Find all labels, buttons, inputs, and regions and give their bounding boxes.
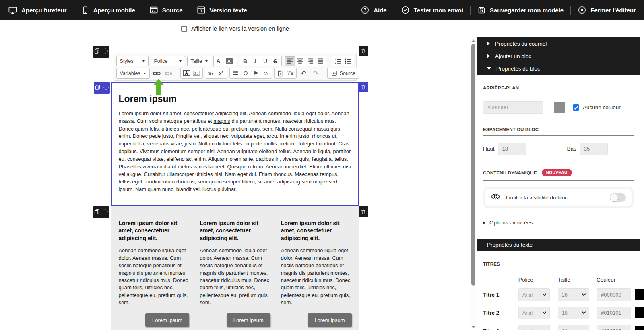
no-color-checkbox[interactable] — [573, 104, 579, 111]
topbar-separator — [190, 6, 190, 15]
align-center-button[interactable] — [295, 56, 305, 66]
duplicate-block-icon[interactable] — [94, 209, 100, 216]
scroll-down-arrow[interactable] — [471, 326, 475, 328]
duplicate-block-icon[interactable] — [95, 84, 101, 92]
insert-group: A — [180, 68, 203, 79]
spacing-top-label: Haut — [483, 146, 495, 152]
column-body: Aenean commodo ligula eget dolor. Aenean… — [119, 247, 190, 307]
align-right-button[interactable] — [305, 56, 315, 66]
background-color-swatch[interactable] — [554, 102, 565, 113]
title1-label: Titre 1 — [483, 292, 518, 298]
bullet-list-button[interactable] — [343, 56, 353, 66]
source-button[interactable]: Source — [327, 68, 360, 79]
subscript-button[interactable]: x₂ — [206, 68, 216, 78]
column-header-font: Police — [518, 277, 558, 283]
italic-button[interactable]: I — [250, 56, 260, 66]
source-view-label: Source — [162, 7, 183, 14]
delete-block-button[interactable] — [359, 46, 368, 56]
save-template-button[interactable]: Sauvegarder mon modèle — [477, 6, 564, 15]
chevron-right-icon — [487, 42, 490, 46]
bold-button[interactable]: B — [240, 56, 250, 66]
underline-button[interactable]: U — [260, 56, 270, 66]
block-drag-handle[interactable] — [94, 82, 110, 94]
sidebar-scrollbar[interactable] — [470, 37, 477, 330]
image-button[interactable] — [192, 68, 202, 78]
delete-block-button[interactable] — [359, 206, 368, 217]
block-drag-handle[interactable] — [93, 46, 109, 58]
title3-color-swatch[interactable] — [635, 326, 644, 330]
toolbar-row-1: Styles Police Taille A A B I U S — [116, 56, 354, 66]
help-button[interactable]: Aide — [361, 6, 387, 15]
scroll-up-arrow[interactable] — [471, 39, 475, 42]
accordion-email-properties[interactable]: Propriétés du courriel — [477, 37, 640, 50]
undo-button[interactable]: ↶ — [299, 68, 309, 78]
strikethrough-button[interactable]: S — [270, 56, 281, 66]
title1-font-select[interactable]: Arial — [518, 288, 550, 301]
preview-mobile-button[interactable]: Aperçu mobile — [81, 6, 135, 15]
title1-size-select[interactable]: 26 — [558, 288, 589, 301]
three-column-block[interactable]: Lorem ipsum dolor sit amet, consectetuer… — [111, 206, 359, 330]
inline-link[interactable]: magnis — [213, 118, 230, 124]
title3-size-select[interactable]: 20 — [558, 325, 589, 330]
column-button[interactable]: Lorem ipsum — [308, 313, 351, 327]
text-color-button[interactable]: A — [215, 56, 225, 66]
numbered-list-button[interactable]: 12 — [333, 56, 343, 66]
test-send-button[interactable]: Tester mon envoi — [401, 6, 463, 15]
title3-color-input[interactable] — [597, 325, 631, 330]
duplicate-block-icon[interactable] — [94, 48, 100, 56]
title2-color-input[interactable] — [597, 307, 631, 319]
redo-button[interactable]: ↷ — [311, 68, 321, 78]
special-char-button[interactable]: Ω — [241, 68, 251, 78]
accordion-block-properties[interactable]: Propriétés du bloc — [477, 62, 640, 75]
column-heading: Lorem ipsum dolor sit amet, consectetuer… — [119, 220, 190, 242]
smiley-button[interactable]: ☺ — [261, 68, 271, 78]
block-drag-handle[interactable] — [93, 206, 109, 218]
section-divider — [483, 94, 634, 94]
scrollbar-thumb[interactable] — [471, 44, 475, 286]
font-dropdown[interactable]: Police — [151, 56, 185, 66]
chevron-down-icon — [582, 292, 586, 296]
preview-browser-button[interactable]: Aperçu fureteur — [8, 6, 67, 15]
title3-font-select[interactable]: Arial — [518, 325, 550, 330]
spacing-top-input[interactable] — [498, 143, 526, 155]
spacing-bottom-input[interactable] — [580, 143, 608, 155]
background-color-button[interactable]: A — [225, 56, 236, 66]
title2-font-select[interactable]: Arial — [518, 307, 550, 319]
block-properties-panel: ARRIÈRE-PLAN Aucune couleur ESPACEMENT D… — [477, 75, 640, 235]
source-view-button[interactable]: Source — [149, 6, 183, 15]
title2-color-swatch[interactable] — [635, 307, 644, 318]
size-dropdown[interactable]: Taille — [187, 56, 211, 66]
new-badge: NOUVEAU — [542, 169, 572, 176]
accordion-add-block[interactable]: Ajouter un bloc — [477, 50, 640, 62]
styles-dropdown[interactable]: Styles — [116, 56, 149, 66]
text-block-selected[interactable]: Lorem ipsum Lorem ipsum dolor sit amet, … — [111, 82, 359, 206]
variables-dropdown[interactable]: Variables — [116, 68, 150, 79]
superscript-button[interactable]: x² — [216, 68, 226, 78]
title1-color-input[interactable] — [597, 288, 631, 301]
align-left-button[interactable] — [285, 56, 295, 66]
close-editor-button[interactable]: Fermer l'éditeur — [578, 6, 636, 15]
unlink-button[interactable] — [164, 68, 174, 78]
move-block-icon[interactable] — [103, 84, 109, 92]
background-color-input[interactable] — [483, 101, 543, 114]
move-block-icon[interactable] — [102, 48, 108, 56]
paste-text-button[interactable] — [275, 68, 285, 78]
anchor-flag-button[interactable]: ⚑ — [251, 68, 261, 78]
column-button[interactable]: Lorem ipsum — [145, 313, 189, 327]
link-button[interactable] — [152, 68, 162, 78]
text-version-button[interactable]: Version texte — [197, 6, 247, 15]
text-field-button[interactable]: A — [182, 68, 192, 78]
column-button[interactable]: Lorem ipsum — [227, 313, 270, 327]
remove-format-button[interactable]: Tx — [285, 68, 295, 78]
advanced-options-toggle[interactable]: Options avancées — [483, 220, 634, 226]
title1-color-swatch[interactable] — [635, 289, 644, 300]
horizontal-rule-button[interactable] — [231, 68, 241, 78]
online-version-checkbox[interactable] — [181, 26, 187, 32]
justify-button[interactable] — [315, 56, 325, 66]
delete-block-button[interactable] — [359, 82, 368, 92]
title2-size-select[interactable]: 18 — [558, 307, 589, 319]
visibility-toggle[interactable] — [610, 193, 626, 202]
accordion-text-properties[interactable]: Propriétés du texte — [477, 239, 640, 251]
move-block-icon[interactable] — [102, 209, 108, 216]
inline-link[interactable]: amet — [169, 110, 181, 116]
